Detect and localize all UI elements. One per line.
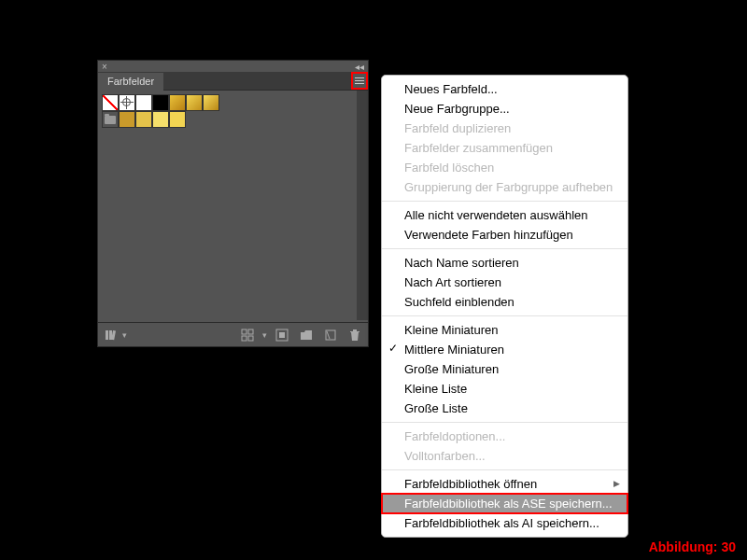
collapse-icon[interactable]: ◂◂ <box>355 62 364 72</box>
svg-rect-0 <box>242 329 247 334</box>
menu-item[interactable]: Kleine Liste <box>382 379 627 399</box>
swatch[interactable] <box>135 94 152 111</box>
svg-rect-3 <box>248 336 253 341</box>
menu-item[interactable]: Farbfeldbibliothek als ASE speichern... <box>382 494 627 513</box>
menu-item[interactable]: Farbfeldbibliothek öffnen <box>382 474 627 494</box>
panel-footer: ▾ ▾ <box>98 322 368 346</box>
swatch-grid <box>98 91 368 320</box>
menu-item: Farbfelder zusammenfügen <box>382 138 627 158</box>
menu-item[interactable]: Große Liste <box>382 399 627 418</box>
figure-label: Abbildung: 30 <box>649 539 736 554</box>
menu-item[interactable]: Verwendete Farben hinzufügen <box>382 225 627 245</box>
library-menu-button[interactable] <box>102 327 120 343</box>
menu-item: Farbfeld löschen <box>382 158 627 177</box>
svg-rect-1 <box>248 329 253 334</box>
swatch[interactable] <box>169 94 186 111</box>
panel-flyout-menu-button[interactable] <box>351 72 368 90</box>
swatch[interactable] <box>119 111 135 128</box>
new-colorgroup-button[interactable] <box>297 327 316 343</box>
menu-item: Farbfeld duplizieren <box>382 119 627 138</box>
swatch-none[interactable] <box>102 94 119 111</box>
swatch[interactable] <box>152 94 169 111</box>
scrollbar[interactable] <box>357 91 368 320</box>
swatch[interactable] <box>203 94 219 111</box>
swatch[interactable] <box>135 111 152 128</box>
panel-flyout-menu: Neues Farbfeld...Neue Farbgruppe...Farbf… <box>381 75 628 538</box>
menu-separator <box>382 201 627 202</box>
svg-rect-5 <box>279 332 285 338</box>
chevron-down-icon: ▾ <box>262 330 267 340</box>
menu-item[interactable]: Neue Farbgruppe... <box>382 99 627 119</box>
swatch[interactable] <box>152 111 169 128</box>
tab-swatches[interactable]: Farbfelder <box>98 73 163 91</box>
menu-item: Gruppierung der Farbgruppe aufheben <box>382 177 627 197</box>
delete-button[interactable] <box>345 327 364 343</box>
menu-item[interactable]: Nach Art sortieren <box>382 273 627 292</box>
menu-item: Farbfeldoptionen... <box>382 427 627 446</box>
menu-item[interactable]: Kleine Miniaturen <box>382 320 627 340</box>
swatch[interactable] <box>186 94 203 111</box>
menu-item[interactable]: Nach Name sortieren <box>382 253 627 273</box>
menu-separator <box>382 315 627 316</box>
menu-item[interactable]: Neues Farbfeld... <box>382 79 627 99</box>
menu-item: Volltonfarben... <box>382 446 627 466</box>
menu-item[interactable]: Große Miniaturen <box>382 359 627 379</box>
menu-item[interactable]: Farbfeldbibliothek als AI speichern... <box>382 513 627 533</box>
grid-view-button[interactable] <box>238 327 257 343</box>
svg-rect-2 <box>242 336 247 341</box>
menu-separator <box>382 422 627 423</box>
close-icon[interactable]: × <box>102 62 107 72</box>
swatch-folder[interactable] <box>102 111 119 128</box>
swatches-panel: × ◂◂ Farbfelder ▾ ▾ <box>97 60 369 347</box>
menu-separator <box>382 248 627 249</box>
swatch-registration[interactable] <box>119 94 135 111</box>
swatch-options-button[interactable] <box>273 327 291 343</box>
swatch[interactable] <box>169 111 186 128</box>
menu-separator <box>382 469 627 470</box>
chevron-down-icon: ▾ <box>122 330 127 340</box>
panel-titlebar: × ◂◂ <box>98 61 368 72</box>
panel-tabbar: Farbfelder <box>98 72 368 91</box>
menu-item[interactable]: Mittlere Miniaturen <box>382 340 627 359</box>
menu-item[interactable]: Alle nicht verwendeten auswählen <box>382 205 627 225</box>
menu-item[interactable]: Suchfeld einblenden <box>382 292 627 312</box>
new-swatch-button[interactable] <box>321 327 340 343</box>
